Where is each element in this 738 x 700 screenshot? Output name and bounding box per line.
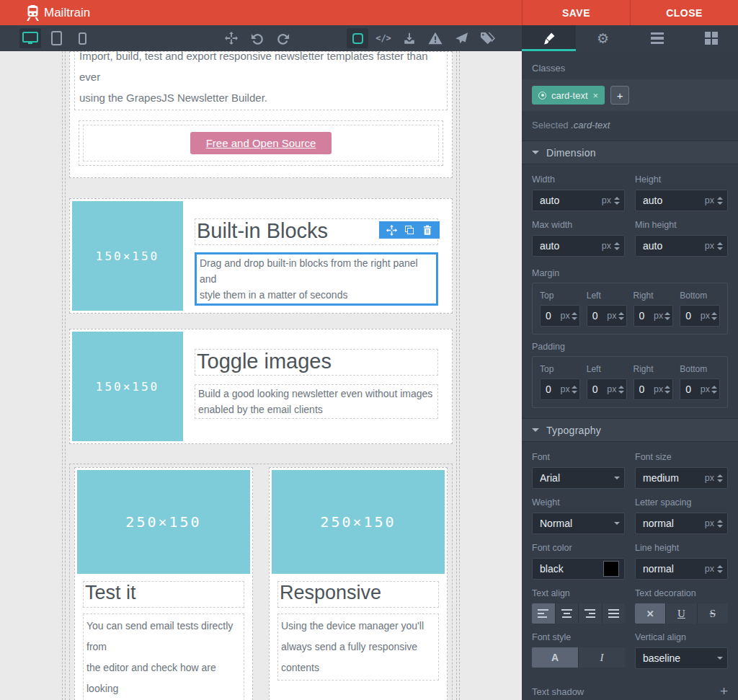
column-content[interactable]: Responsive Using the device manager you'…: [272, 574, 445, 699]
padding-right-input[interactable]: 0 px: [633, 378, 674, 400]
card-title[interactable]: Toggle images: [195, 349, 438, 376]
section-typography[interactable]: Typography: [522, 418, 738, 442]
remove-class-icon[interactable]: ×: [593, 90, 599, 101]
padding-top-input[interactable]: 0 px: [540, 378, 580, 400]
stepper[interactable]: [664, 383, 670, 396]
tab-layer-manager[interactable]: [630, 25, 684, 51]
placeholder-image-150[interactable]: 150×150: [72, 332, 183, 441]
stepper[interactable]: [614, 239, 620, 253]
check-compatibility-button[interactable]: [424, 28, 446, 48]
cta-cell[interactable]: Free and Open Source: [83, 125, 439, 161]
padding-bottom-input[interactable]: 0 px: [680, 378, 720, 400]
fullscreen-button[interactable]: [221, 28, 242, 48]
column-title[interactable]: Test it: [83, 581, 244, 608]
height-input[interactable]: auto px: [635, 190, 728, 211]
column-title[interactable]: Responsive: [277, 581, 439, 608]
card-content[interactable]: Toggle images Build a good looking newsl…: [183, 332, 450, 441]
view-code-button[interactable]: </>: [373, 28, 394, 48]
toggle-borders-button[interactable]: [347, 28, 368, 48]
close-button[interactable]: CLOSE: [630, 0, 738, 25]
vertical-align-select[interactable]: baseline: [635, 647, 728, 669]
decoration-none-button[interactable]: ✕: [635, 603, 666, 624]
underline-button[interactable]: U: [666, 603, 697, 624]
stepper[interactable]: [717, 239, 723, 253]
padding-left-input[interactable]: 0 px: [587, 378, 627, 400]
font-style-italic-button[interactable]: I: [579, 647, 625, 668]
duplicate-icon[interactable]: [404, 224, 415, 236]
column-test-it[interactable]: 250×150 Test it You can send email tests…: [74, 467, 253, 700]
font-style-normal-button[interactable]: A: [532, 647, 579, 668]
font-size-input[interactable]: medium px: [635, 467, 728, 489]
font-select[interactable]: Arial: [532, 467, 625, 489]
newsletter-container[interactable]: Import, build, test and export responsiv…: [65, 51, 457, 700]
weight-select[interactable]: Normal: [532, 513, 625, 534]
section-dimension[interactable]: Dimension: [522, 141, 738, 164]
line-height-input[interactable]: normal px: [635, 558, 728, 580]
tab-settings[interactable]: ⚙: [576, 25, 630, 51]
margin-right-input[interactable]: 0 px: [633, 305, 674, 327]
selected-card-text[interactable]: Drag and drop built-in blocks from the r…: [195, 252, 438, 306]
stepper[interactable]: [717, 562, 723, 576]
stepper[interactable]: [717, 471, 723, 485]
margin-top-input[interactable]: 0 px: [540, 305, 580, 327]
add-shadow-icon[interactable]: +: [720, 683, 728, 699]
align-right-button[interactable]: [579, 603, 603, 624]
column-content[interactable]: Test it You can send email tests directl…: [77, 574, 250, 700]
tab-block-manager[interactable]: [684, 25, 738, 51]
device-desktop-button[interactable]: [19, 28, 41, 48]
stepper[interactable]: [711, 383, 717, 396]
two-column-section[interactable]: 250×150 Test it You can send email tests…: [69, 464, 453, 700]
letter-spacing-input[interactable]: normal px: [635, 513, 728, 534]
intro-section[interactable]: Import, build, test and export responsiv…: [69, 51, 453, 178]
device-tablet-button[interactable]: [45, 28, 67, 48]
card-content[interactable]: Built-in Blocks: [183, 201, 450, 311]
card-text[interactable]: Build a good looking newsletter even wit…: [195, 384, 438, 419]
cta-button[interactable]: Free and Open Source: [190, 132, 332, 154]
align-left-button[interactable]: [532, 603, 556, 624]
min-height-input[interactable]: auto px: [635, 235, 728, 257]
import-template-button[interactable]: [399, 28, 420, 48]
stepper[interactable]: [664, 309, 670, 323]
margin-left-input[interactable]: 0 px: [587, 305, 627, 327]
column-responsive[interactable]: 250×150 Responsive Using the device mana…: [269, 467, 448, 700]
device-mobile-button[interactable]: [71, 28, 93, 48]
color-swatch[interactable]: [604, 562, 618, 576]
stepper[interactable]: [618, 309, 624, 323]
manage-tags-button[interactable]: [476, 28, 498, 48]
margin-bottom-input[interactable]: 0 px: [680, 305, 720, 327]
stepper[interactable]: [717, 194, 723, 208]
mobile-icon: [79, 32, 86, 45]
stepper[interactable]: [572, 383, 577, 396]
card-toggle-images[interactable]: 150×150 Toggle images Build a good looki…: [69, 329, 453, 444]
add-class-button[interactable]: +: [610, 86, 629, 105]
width-input[interactable]: auto px: [532, 190, 625, 211]
stepper[interactable]: [614, 194, 620, 208]
delete-icon[interactable]: [422, 224, 433, 236]
target-icon[interactable]: [538, 92, 546, 99]
card-built-in-blocks[interactable]: 150×150 Built-in Blocks: [69, 198, 453, 314]
stepper[interactable]: [711, 309, 717, 323]
placeholder-image-150[interactable]: 150×150: [72, 201, 183, 311]
max-width-input[interactable]: auto px: [532, 235, 625, 257]
column-text[interactable]: You can send email tests directly from t…: [83, 613, 244, 700]
cta-container[interactable]: Free and Open Source: [79, 120, 443, 166]
font-color-input[interactable]: black: [532, 558, 625, 580]
stepper[interactable]: [717, 517, 723, 531]
send-test-button[interactable]: [450, 28, 472, 48]
align-center-button[interactable]: [556, 603, 579, 624]
intro-text[interactable]: Import, build, test and export responsiv…: [74, 51, 448, 110]
stepper[interactable]: [572, 309, 577, 323]
tab-style-manager[interactable]: [522, 25, 576, 51]
newsletter-body[interactable]: Import, build, test and export responsiv…: [62, 51, 460, 700]
placeholder-image-250[interactable]: 250×150: [272, 470, 445, 574]
undo-button[interactable]: [246, 28, 268, 48]
placeholder-image-250[interactable]: 250×150: [77, 470, 250, 574]
move-handle-icon[interactable]: [386, 224, 397, 236]
redo-button[interactable]: [272, 28, 294, 48]
class-tag-card-text[interactable]: card-text ×: [532, 86, 605, 105]
strikethrough-button[interactable]: S: [698, 603, 728, 624]
align-justify-button[interactable]: [603, 603, 626, 624]
stepper[interactable]: [618, 383, 624, 396]
save-button[interactable]: SAVE: [522, 0, 630, 25]
column-text[interactable]: Using the device manager you'll always s…: [277, 613, 439, 681]
